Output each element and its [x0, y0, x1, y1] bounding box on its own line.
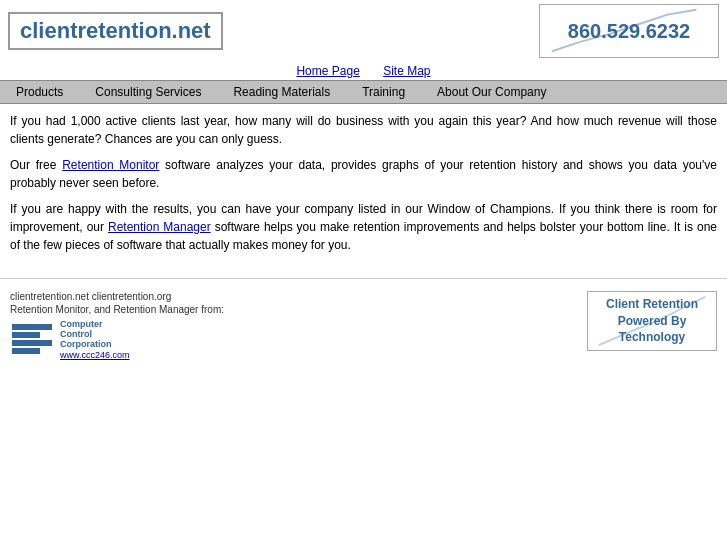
paragraph-1: If you had 1,000 active clients last yea… — [10, 112, 717, 148]
nav-products[interactable]: Products — [0, 81, 79, 103]
ccc-logo-icon — [10, 322, 54, 358]
sub-navigation: Home Page Site Map — [0, 62, 727, 80]
tagline-line1: Client Retention — [606, 297, 698, 311]
retention-monitor-link[interactable]: Retention Monitor — [62, 158, 159, 172]
svg-rect-2 — [12, 340, 52, 346]
page-footer: clientretention.net clientretention.org … — [0, 287, 727, 364]
ccc-url-link[interactable]: www.ccc246.com — [60, 350, 130, 360]
nav-about[interactable]: About Our Company — [421, 81, 562, 103]
svg-rect-1 — [12, 332, 40, 338]
ccc-name-line3: Corporation — [60, 339, 130, 349]
footer-tagline-box: Client Retention Powered By Technology — [587, 291, 717, 351]
para2-prefix: Our free — [10, 158, 62, 172]
svg-rect-3 — [12, 348, 40, 354]
paragraph-3: If you are happy with the results, you c… — [10, 200, 717, 254]
home-page-link[interactable]: Home Page — [296, 64, 359, 78]
logo-text: clientretention.net — [20, 18, 211, 43]
phone-number: 860.529.6232 — [568, 20, 690, 43]
ccc-company-info: Computer Control Corporation www.ccc246.… — [60, 319, 130, 360]
main-content: If you had 1,000 active clients last yea… — [0, 104, 727, 270]
para1-text: If you had 1,000 active clients last yea… — [10, 114, 717, 146]
footer-tagline: Client Retention Powered By Technology — [588, 296, 716, 346]
divider — [0, 278, 727, 279]
logo-box: clientretention.net — [8, 12, 223, 50]
ccc-name-line2: Control — [60, 329, 130, 339]
nav-training[interactable]: Training — [346, 81, 421, 103]
footer-left: clientretention.net clientretention.org … — [10, 291, 587, 360]
site-map-link[interactable]: Site Map — [383, 64, 430, 78]
svg-rect-0 — [12, 324, 52, 330]
footer-retention-tools: Retention Monitor, and Retention Manager… — [10, 304, 587, 315]
ccc-name-line1: Computer — [60, 319, 130, 329]
phone-box: 860.529.6232 — [539, 4, 719, 58]
page-header: clientretention.net 860.529.6232 — [0, 0, 727, 62]
footer-sites: clientretention.net clientretention.org — [10, 291, 587, 302]
retention-manager-link[interactable]: Retention Manager — [108, 220, 211, 234]
tagline-line2: Powered By Technology — [618, 314, 687, 345]
footer-logo-area: Computer Control Corporation www.ccc246.… — [10, 319, 587, 360]
paragraph-2: Our free Retention Monitor software anal… — [10, 156, 717, 192]
nav-reading[interactable]: Reading Materials — [217, 81, 346, 103]
main-navigation: Products Consulting Services Reading Mat… — [0, 80, 727, 104]
nav-consulting[interactable]: Consulting Services — [79, 81, 217, 103]
